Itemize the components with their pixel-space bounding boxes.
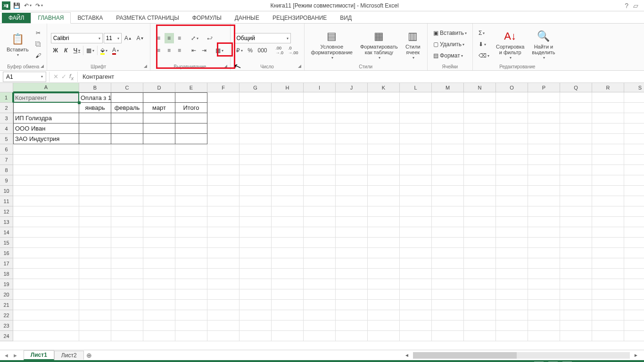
cell[interactable]	[239, 310, 272, 321]
cell[interactable]	[496, 92, 528, 103]
cell[interactable]	[592, 196, 624, 206]
cell[interactable]	[207, 206, 239, 217]
cell[interactable]	[111, 144, 143, 155]
cell[interactable]	[175, 155, 207, 165]
new-sheet-button[interactable]: ⊕	[84, 352, 94, 359]
cell[interactable]	[560, 134, 592, 144]
cell[interactable]	[496, 289, 528, 300]
cell[interactable]	[143, 331, 175, 341]
cell[interactable]	[143, 300, 175, 310]
cell[interactable]	[336, 258, 368, 269]
cell[interactable]	[239, 134, 272, 144]
cell[interactable]	[432, 165, 464, 175]
cell[interactable]	[111, 123, 143, 134]
row-header[interactable]: 2	[0, 103, 13, 113]
cell[interactable]	[528, 196, 560, 206]
cell[interactable]	[464, 196, 496, 206]
cell[interactable]	[368, 238, 400, 248]
cell[interactable]	[528, 238, 560, 248]
underline-button[interactable]: Ч▾	[72, 45, 82, 56]
formula-input[interactable]: Контрагент	[78, 73, 644, 80]
cell[interactable]	[592, 258, 624, 269]
format-cells-button[interactable]: ▤ Формат▾	[431, 50, 465, 61]
cell[interactable]	[400, 206, 432, 217]
cell[interactable]	[464, 92, 496, 103]
cell[interactable]	[79, 113, 111, 123]
cell[interactable]	[336, 123, 368, 134]
format-painter-button[interactable]: 🖌	[33, 50, 43, 61]
cell[interactable]	[13, 238, 79, 248]
cell[interactable]	[111, 321, 143, 331]
cell[interactable]	[207, 144, 239, 155]
cell[interactable]	[79, 134, 111, 144]
cell[interactable]	[432, 279, 464, 289]
cell[interactable]	[272, 165, 304, 175]
cell[interactable]	[368, 144, 400, 155]
cell[interactable]	[624, 227, 644, 238]
cell[interactable]	[79, 186, 111, 196]
cell[interactable]	[111, 134, 143, 144]
cell[interactable]	[111, 113, 143, 123]
cell[interactable]	[592, 331, 624, 341]
cell[interactable]	[528, 310, 560, 321]
cell[interactable]	[624, 248, 644, 258]
column-header[interactable]: Q	[560, 83, 592, 92]
cell[interactable]	[13, 144, 79, 155]
cell[interactable]	[368, 103, 400, 113]
wrap-text-button[interactable]: ⮐	[205, 33, 215, 43]
cell[interactable]	[400, 175, 432, 186]
cell[interactable]	[111, 165, 143, 175]
cell[interactable]	[13, 289, 79, 300]
cell[interactable]	[368, 113, 400, 123]
help-icon[interactable]: ?	[625, 2, 628, 9]
cell[interactable]	[496, 113, 528, 123]
row-header[interactable]: 5	[0, 134, 13, 144]
cell[interactable]	[528, 113, 560, 123]
cell[interactable]	[272, 134, 304, 144]
row-header[interactable]: 16	[0, 248, 13, 258]
cell[interactable]	[111, 227, 143, 238]
cell[interactable]	[207, 165, 239, 175]
cell[interactable]	[432, 206, 464, 217]
cell[interactable]	[464, 103, 496, 113]
cell[interactable]	[336, 289, 368, 300]
hscroll-right[interactable]: ►	[632, 353, 640, 358]
row-header[interactable]: 11	[0, 196, 13, 206]
cell[interactable]	[336, 103, 368, 113]
cell[interactable]	[79, 144, 111, 155]
row-header[interactable]: 12	[0, 206, 13, 217]
cell[interactable]	[239, 206, 272, 217]
tab-home[interactable]: ГЛАВНАЯ	[31, 12, 71, 24]
cell[interactable]	[207, 134, 239, 144]
cell[interactable]	[400, 155, 432, 165]
cell[interactable]	[592, 206, 624, 217]
cell[interactable]	[432, 258, 464, 269]
cell[interactable]	[239, 289, 272, 300]
clear-button[interactable]: ⌫▾	[477, 50, 491, 61]
cell[interactable]	[560, 300, 592, 310]
row-header[interactable]: 3	[0, 113, 13, 123]
cell[interactable]	[368, 269, 400, 279]
cell[interactable]	[143, 134, 175, 144]
row-header[interactable]: 10	[0, 186, 13, 196]
cell[interactable]	[592, 217, 624, 227]
cell[interactable]	[400, 217, 432, 227]
cell[interactable]	[560, 217, 592, 227]
cell[interactable]	[464, 310, 496, 321]
font-name-combo[interactable]: Calibri▾	[51, 33, 103, 43]
cell[interactable]	[496, 331, 528, 341]
font-color-button[interactable]: A▾	[110, 45, 121, 56]
cell[interactable]	[79, 321, 111, 331]
cell[interactable]	[143, 175, 175, 186]
hscroll-left[interactable]: ◄	[403, 353, 411, 358]
cell[interactable]	[528, 155, 560, 165]
cell[interactable]	[13, 165, 79, 175]
cell[interactable]	[592, 238, 624, 248]
cell[interactable]	[79, 217, 111, 227]
cell[interactable]	[143, 289, 175, 300]
find-select-button[interactable]: 🔍 Найти и выделить▾	[529, 28, 558, 61]
cell[interactable]	[175, 186, 207, 196]
cell[interactable]	[432, 134, 464, 144]
merge-center-button[interactable]: ▦▾	[214, 45, 225, 56]
cell[interactable]	[272, 238, 304, 248]
